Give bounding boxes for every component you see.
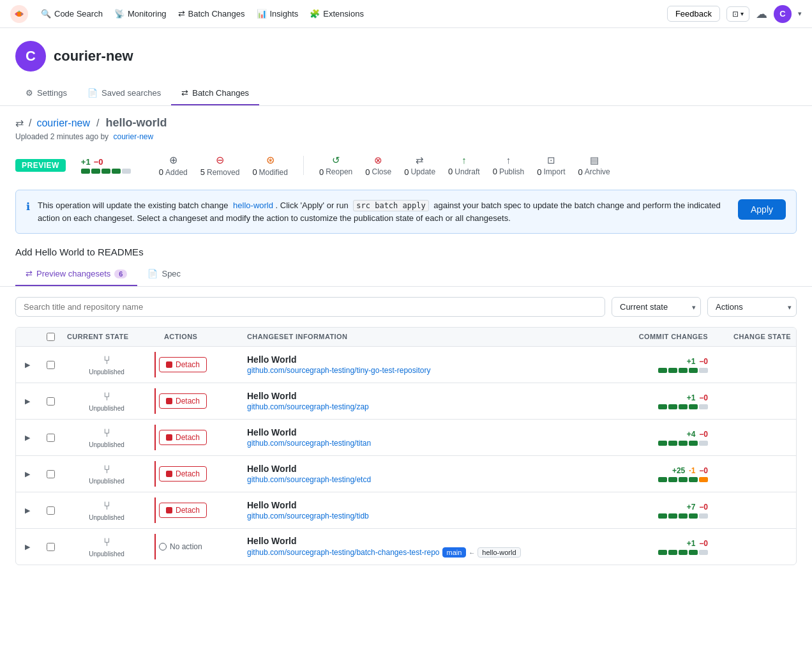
row-checkbox[interactable] [47,506,55,515]
import-label: Import [544,167,566,176]
feedback-button[interactable]: Feedback [667,6,720,22]
detach-icon [166,471,172,477]
commit-changes-col: +1−0 [611,357,713,373]
monitoring-icon: 📡 [114,9,124,19]
expand-button[interactable]: ▶ [16,543,39,551]
th-commit-changes: COMMIT CHANGES [611,333,713,341]
detach-button[interactable]: Detach [159,430,207,445]
changeset-info-col: Hello Worldgithub.com/sourcegraph-testin… [242,500,611,520]
stat-reopen: ↺ 0 Reopen [319,155,352,177]
diff-block [668,477,677,482]
state-icon: ⑂ [103,499,110,513]
undraft-label: Undraft [455,167,479,176]
breadcrumb-org-link[interactable]: courier-new [36,118,90,129]
table-row: ▶⑂UnpublishedDetachHello Worldgithub.com… [16,456,796,492]
removed-icon: ⊖ [216,155,224,165]
state-col: ⑂Unpublished [62,536,151,558]
nav-code-search[interactable]: 🔍 Code Search [41,9,103,19]
detach-icon [166,507,172,513]
tab-preview-changesets[interactable]: ⇄ Preview changesets 6 [15,262,137,286]
detach-button[interactable]: Detach [159,466,207,482]
batch-changes-icon: ⇄ [181,88,188,98]
user-avatar[interactable]: C [774,5,792,23]
diff-block [699,404,708,409]
nav-insights[interactable]: 📊 Insights [257,9,299,19]
table-header: CURRENT STATE ACTIONS CHANGESET INFORMAT… [16,328,796,347]
nav-monitoring[interactable]: 📡 Monitoring [114,9,167,19]
deploy-icon-button[interactable]: ⊡ ▾ [726,6,749,22]
action-divider [151,425,159,450]
preview-tab-badge: 6 [114,269,127,278]
tab-settings[interactable]: ⚙ Settings [15,82,77,105]
detach-button[interactable]: Detach [159,357,207,372]
diff-plus-value: +4 [687,430,696,439]
apply-button[interactable]: Apply [738,199,786,220]
reopen-label: Reopen [326,167,352,176]
tab-batch-changes[interactable]: ⇄ Batch Changes [171,82,259,105]
changeset-repo-link[interactable]: github.com/sourcegraph-testing/tidb [247,512,369,520]
header-checkbox[interactable] [39,333,62,341]
changeset-repo-link[interactable]: github.com/sourcegraph-testing/titan [247,439,371,448]
row-checkbox[interactable] [47,470,55,478]
changeset-repo-link[interactable]: github.com/sourcegraph-testing/zap [247,402,369,411]
actions-select[interactable]: Actions [707,297,797,317]
state-col: ⑂Unpublished [62,390,151,412]
logo[interactable] [10,5,28,23]
search-icon: 🔍 [41,9,51,19]
diff-block [658,477,667,482]
th-divider [151,333,159,341]
row-checkbox[interactable] [47,434,55,442]
user-chevron-icon[interactable]: ▾ [798,10,802,18]
publish-num: 0 [493,167,497,176]
diff-block [699,477,708,482]
table-row: ▶⑂UnpublishedDetachHello Worldgithub.com… [16,420,796,456]
topnav-links: 🔍 Code Search 📡 Monitoring ⇄ Batch Chang… [41,9,654,19]
detach-button[interactable]: Detach [159,393,207,409]
changeset-info-col: Hello Worldgithub.com/sourcegraph-testin… [242,391,611,411]
cloud-icon[interactable]: ☁ [756,7,767,21]
state-icon: ⑂ [103,354,110,367]
info-box: ℹ This operation will update the existin… [15,190,797,234]
detach-button[interactable]: Detach [159,503,207,518]
archive-label: Archive [585,167,610,176]
expand-button[interactable]: ▶ [16,470,39,478]
batch-change-title: Add Hello World to READMEs [0,239,812,262]
upload-link[interactable]: courier-new [113,132,153,141]
row-checkbox[interactable] [47,361,55,369]
branch-source-badge: hello-world [477,547,520,558]
state-col: ⑂Unpublished [62,427,151,448]
tab-spec[interactable]: 📄 Spec [137,262,191,286]
row-checkbox[interactable] [47,397,55,406]
row-checkbox[interactable] [47,543,55,551]
nav-extensions[interactable]: 🧩 Extensions [310,9,364,19]
diff-block [679,368,688,373]
info-hello-world-link[interactable]: hello-world [233,201,273,210]
diff-block [679,441,688,446]
search-input[interactable] [15,297,605,317]
expand-button[interactable]: ▶ [16,361,39,369]
expand-button[interactable]: ▶ [16,506,39,515]
table-row: ▶⑂UnpublishedDetachHello Worldgithub.com… [16,492,796,529]
nav-batch-changes[interactable]: ⇄ Batch Changes [178,9,245,19]
expand-button[interactable]: ▶ [16,434,39,442]
saved-searches-icon: 📄 [87,88,98,98]
table-rows: ▶⑂UnpublishedDetachHello Worldgithub.com… [16,347,796,565]
no-action-button[interactable]: No action [159,542,202,551]
select-all-checkbox[interactable] [47,333,55,341]
action-divider [151,534,159,559]
tab-saved-searches[interactable]: 📄 Saved searches [77,82,171,105]
changeset-repo-link[interactable]: github.com/sourcegraph-testing/batch-cha… [247,548,440,557]
th-current-state: CURRENT STATE [62,333,151,341]
commit-changes-col: +25·1−0 [611,466,713,482]
diff-block [699,550,708,555]
expand-button[interactable]: ▶ [16,397,39,406]
changeset-repo-link[interactable]: github.com/sourcegraph-testing/etcd [247,475,371,484]
changeset-title: Hello World [247,464,606,474]
diff-block [689,368,698,373]
current-state-select[interactable]: Current state [612,297,701,317]
table-row: ▶⑂UnpublishedNo actionHello World github… [16,529,796,565]
state-icon: ⑂ [103,463,110,476]
insights-icon: 📊 [257,9,267,19]
changeset-repo-link[interactable]: github.com/sourcegraph-testing/tiny-go-t… [247,366,430,375]
upload-info: Uploaded 2 minutes ago by courier-new [0,132,812,146]
